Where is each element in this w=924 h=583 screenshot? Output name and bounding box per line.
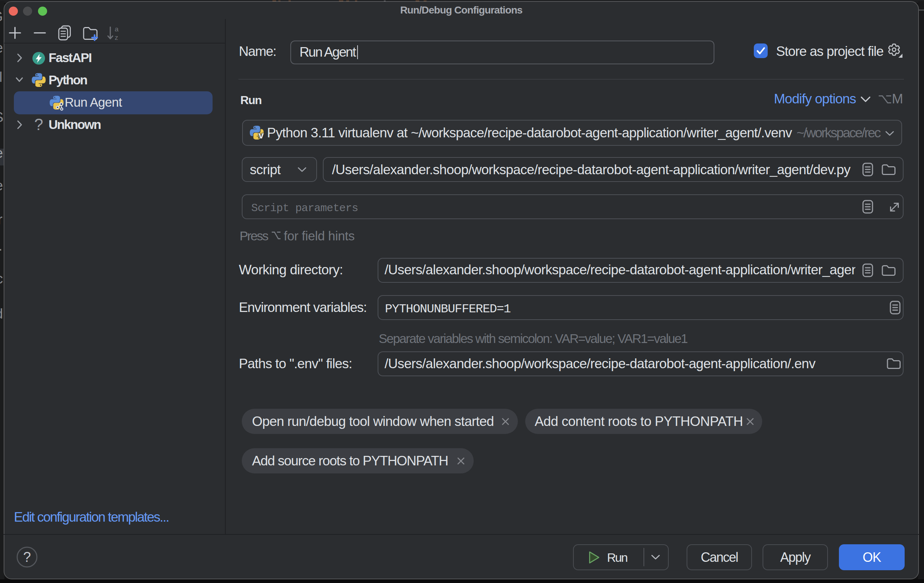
svg-text:z: z [115,34,118,41]
svg-text:a: a [115,26,119,33]
